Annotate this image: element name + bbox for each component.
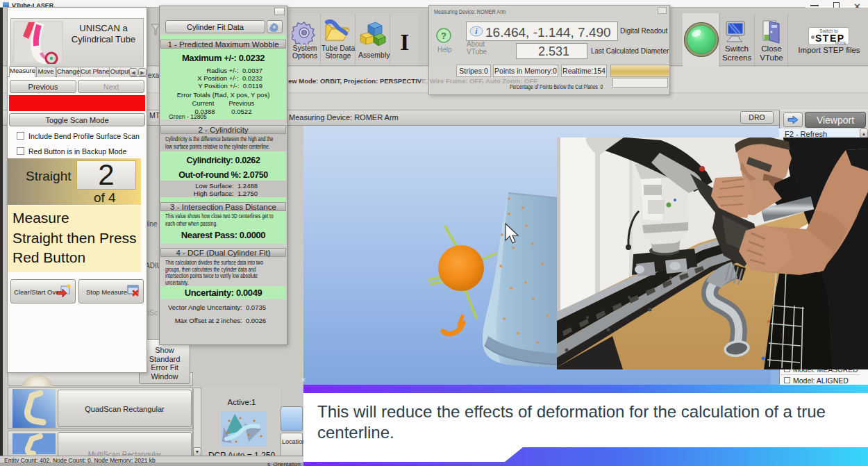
- svg-text:?: ?: [441, 31, 446, 41]
- svg-text:i: i: [476, 28, 478, 35]
